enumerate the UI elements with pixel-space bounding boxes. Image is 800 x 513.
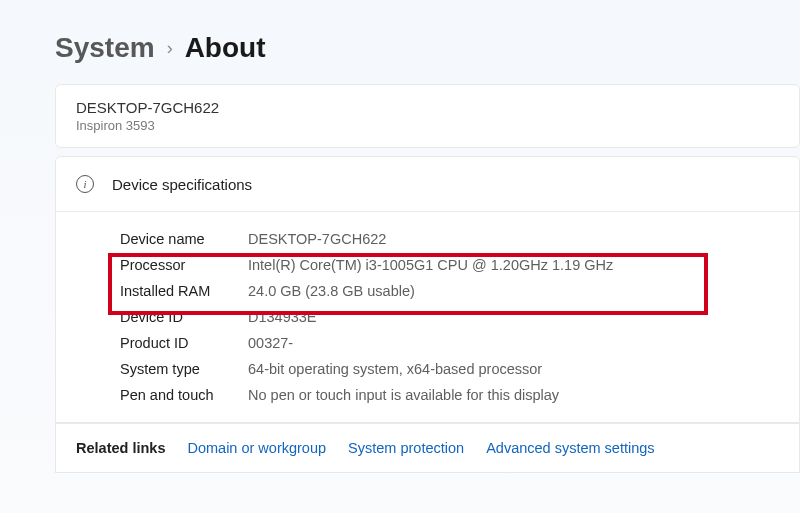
spec-row-product-id: Product ID 00327- [120, 330, 799, 356]
spec-row-processor: Processor Intel(R) Core(TM) i3-1005G1 CP… [120, 252, 799, 278]
breadcrumb-current: About [185, 32, 266, 64]
spec-label: Device ID [120, 309, 248, 325]
spec-value: D134933E [248, 309, 317, 325]
chevron-right-icon: › [167, 38, 173, 59]
related-links-label: Related links [76, 440, 165, 456]
spec-label: Installed RAM [120, 283, 248, 299]
spec-label: Product ID [120, 335, 248, 351]
specs-title: Device specifications [112, 176, 252, 193]
spec-row-pen-touch: Pen and touch No pen or touch input is a… [120, 382, 799, 408]
related-links-row: Related links Domain or workgroup System… [55, 423, 800, 473]
info-icon: i [76, 175, 94, 193]
device-model: Inspiron 3593 [76, 118, 779, 133]
spec-value: 24.0 GB (23.8 GB usable) [248, 283, 415, 299]
spec-label: Device name [120, 231, 248, 247]
link-advanced-system-settings[interactable]: Advanced system settings [486, 440, 654, 456]
device-name: DESKTOP-7GCH622 [76, 99, 779, 116]
device-summary-card[interactable]: DESKTOP-7GCH622 Inspiron 3593 [55, 84, 800, 148]
spec-row-device-name: Device name DESKTOP-7GCH622 [120, 226, 799, 252]
spec-row-device-id: Device ID D134933E [120, 304, 799, 330]
spec-value: DESKTOP-7GCH622 [248, 231, 386, 247]
spec-value: No pen or touch input is available for t… [248, 387, 559, 403]
spec-value: Intel(R) Core(TM) i3-1005G1 CPU @ 1.20GH… [248, 257, 613, 273]
spec-value: 00327- [248, 335, 293, 351]
spec-label: System type [120, 361, 248, 377]
device-specifications-card: i Device specifications Device name DESK… [55, 156, 800, 423]
spec-row-system-type: System type 64-bit operating system, x64… [120, 356, 799, 382]
spec-row-installed-ram: Installed RAM 24.0 GB (23.8 GB usable) [120, 278, 799, 304]
specs-header[interactable]: i Device specifications [56, 157, 799, 211]
link-domain-workgroup[interactable]: Domain or workgroup [187, 440, 326, 456]
spec-label: Processor [120, 257, 248, 273]
breadcrumb: System › About [0, 0, 800, 84]
spec-value: 64-bit operating system, x64-based proce… [248, 361, 542, 377]
spec-label: Pen and touch [120, 387, 248, 403]
breadcrumb-parent[interactable]: System [55, 32, 155, 64]
link-system-protection[interactable]: System protection [348, 440, 464, 456]
specs-body: Device name DESKTOP-7GCH622 Processor In… [56, 211, 799, 422]
